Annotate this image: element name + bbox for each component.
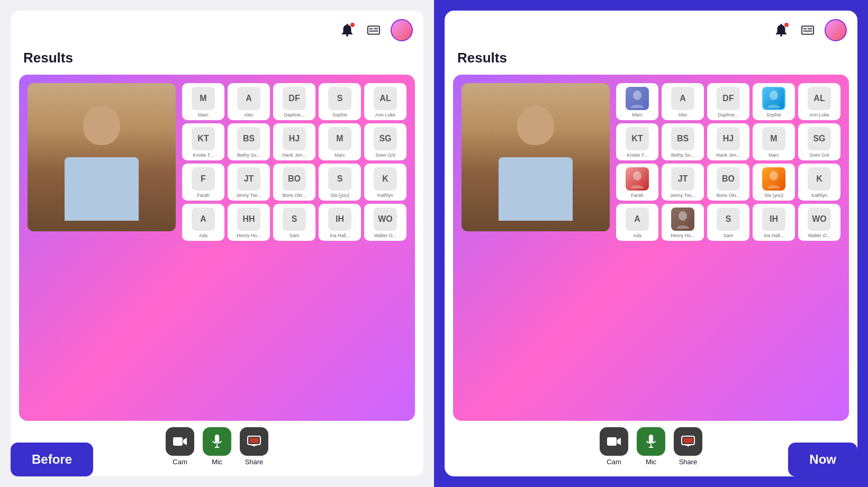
participant-tile-right-bethy: BS Bethy So... xyxy=(662,123,704,160)
right-card: Results Marc A Alec DF xyxy=(445,11,857,476)
mic-button-right[interactable]: Mic xyxy=(637,427,665,466)
participant-avatar: S xyxy=(283,208,306,231)
person-video-right xyxy=(462,83,610,231)
share-button-right[interactable]: Share xyxy=(674,427,702,466)
participant-tile-sophie: S Sophie xyxy=(319,83,361,120)
participant-tile-right-hank: HJ Hank Jen... xyxy=(707,123,749,160)
participant-avatar: HH xyxy=(237,208,260,231)
cam-button-right[interactable]: Cam xyxy=(600,427,628,466)
person-body-right xyxy=(499,157,573,221)
participant-tile-right-alec: A Alec xyxy=(662,83,704,120)
person-head xyxy=(83,105,120,145)
svg-rect-23 xyxy=(607,437,617,446)
participant-tile-right-ina: IH Ina Hall... xyxy=(753,204,795,241)
participant-tile-right-sia: Sla (you) xyxy=(753,164,795,201)
participant-tile-jenny: JT Jenny Twi... xyxy=(228,164,270,201)
participant-tile-sven: SG Sven Grit xyxy=(364,123,406,160)
share-icon xyxy=(240,427,268,456)
participant-name: Henry Ho... xyxy=(237,233,261,238)
participant-name: Kathlyn xyxy=(811,193,827,198)
user-avatar-right[interactable] xyxy=(825,19,847,41)
participant-name: Hank Jen... xyxy=(282,152,306,158)
participant-avatar: S xyxy=(328,87,351,110)
svg-rect-14 xyxy=(802,26,813,34)
participant-tile-right-marc: Marc xyxy=(616,83,658,120)
participant-tile-right-boris: BO Boris Okr... xyxy=(707,164,749,201)
participant-name: Farah xyxy=(631,193,644,198)
participant-tile-hank: HJ Hank Jen... xyxy=(273,123,315,160)
svg-point-21 xyxy=(770,171,778,181)
captions-button-right[interactable] xyxy=(798,21,817,40)
participant-tile-right-marc2: M Marc xyxy=(753,123,795,160)
participant-avatar: K xyxy=(808,167,831,191)
left-card: Results M Marc A Alec DF Daphne... S Sop… xyxy=(11,11,423,476)
svg-rect-3 xyxy=(374,29,378,30)
svg-rect-28 xyxy=(683,438,693,443)
cam-icon-right xyxy=(600,427,628,456)
share-label: Share xyxy=(245,458,264,466)
participant-avatar: SG xyxy=(374,127,397,150)
participant-tile-bethy: BS Bethy So... xyxy=(228,123,270,160)
participant-name: Sven Grit xyxy=(809,152,829,158)
participants-grid-right: Marc A Alec DF Daphne... Sophie AL Ann L… xyxy=(616,83,840,241)
participant-name: Boris Okr... xyxy=(283,193,306,198)
bell-button-right[interactable] xyxy=(772,21,791,40)
participant-name: Sophie xyxy=(332,112,347,118)
person-video xyxy=(28,83,176,231)
participant-name: Sam xyxy=(724,233,734,238)
participant-name: Kristie T... xyxy=(193,152,213,158)
participant-photo xyxy=(626,167,649,191)
mic-button[interactable]: Mic xyxy=(203,427,231,466)
participant-avatar: AL xyxy=(808,87,831,110)
svg-rect-10 xyxy=(249,438,259,443)
right-panel: Results Marc A Alec DF xyxy=(434,0,868,487)
participant-avatar: M xyxy=(762,127,785,150)
participant-avatar: A xyxy=(192,208,215,231)
svg-rect-16 xyxy=(808,29,812,30)
user-avatar[interactable] xyxy=(391,19,413,41)
participant-tile-sam: S Sam xyxy=(273,204,315,241)
now-button[interactable]: Now xyxy=(788,443,857,476)
participant-tile-right-sophie: Sophie xyxy=(753,83,795,120)
participant-tile-right-jenny: JT Jenny Twi... xyxy=(662,164,704,201)
participant-name: Ann Loke xyxy=(375,112,395,118)
participant-avatar: DF xyxy=(717,87,740,110)
cam-label-right: Cam xyxy=(607,458,621,466)
participant-avatar: BO xyxy=(283,167,306,191)
participant-tile-right-daphne: DF Daphne... xyxy=(707,83,749,120)
share-button[interactable]: Share xyxy=(240,427,268,466)
svg-point-13 xyxy=(780,34,782,37)
participant-name: Hank Jen... xyxy=(716,152,740,158)
participant-avatar: WO xyxy=(374,208,397,231)
participant-tile-boris: BO Boris Okr... xyxy=(273,164,315,201)
captions-button[interactable] xyxy=(364,21,383,40)
participant-tile-ann_loke: AL Ann Loke xyxy=(364,83,406,120)
participants-grid-left: M Marc A Alec DF Daphne... S Sophie AL A… xyxy=(182,83,406,241)
participant-tile-right-sven: SG Sven Grit xyxy=(798,123,840,160)
person-body xyxy=(65,157,139,221)
svg-rect-2 xyxy=(369,29,373,30)
left-header xyxy=(11,11,423,50)
participant-avatar: IH xyxy=(328,208,351,231)
person-head-right xyxy=(517,105,554,145)
participant-avatar: BS xyxy=(237,127,260,150)
bell-button[interactable] xyxy=(338,21,357,40)
participant-tile-kathlyn: K Kathlyn xyxy=(364,164,406,201)
participant-name: Ada xyxy=(199,233,207,238)
participant-tile-henry: HH Henry Ho... xyxy=(228,204,270,241)
main-video xyxy=(28,83,176,231)
participant-name: Farah xyxy=(197,193,210,198)
participant-name: Walter O... xyxy=(808,233,831,238)
svg-point-18 xyxy=(633,91,641,100)
participant-avatar: HJ xyxy=(283,127,306,150)
notification-dot xyxy=(350,23,355,27)
cam-button[interactable]: Cam xyxy=(166,427,194,466)
svg-point-0 xyxy=(346,34,348,37)
before-button[interactable]: Before xyxy=(11,443,93,476)
mic-label-right: Mic xyxy=(646,458,656,466)
share-icon-right xyxy=(674,427,702,456)
participant-tile-marc: M Marc xyxy=(182,83,224,120)
participant-tile-walter: WO Walter O... xyxy=(364,204,406,241)
participant-tile-farah: F Farah xyxy=(182,164,224,201)
participant-tile-right-henry: Henry Ho... xyxy=(662,204,704,241)
